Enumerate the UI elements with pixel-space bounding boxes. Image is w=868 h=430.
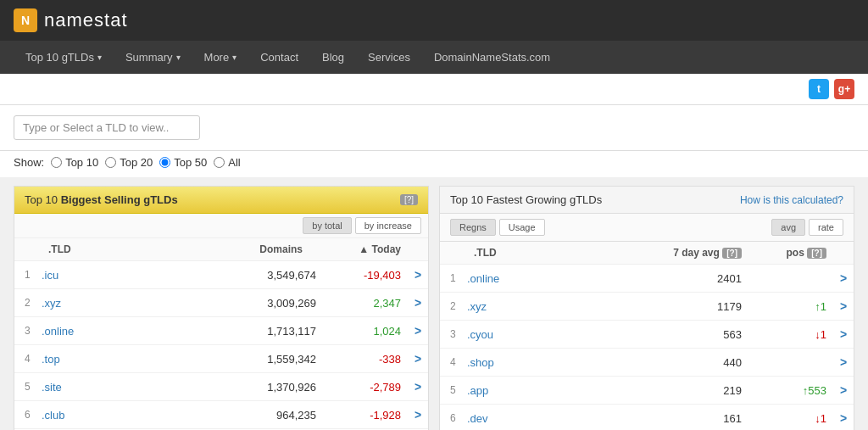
tab-rate[interactable]: rate <box>809 219 843 236</box>
row-tld: .app <box>464 377 531 404</box>
table-row: 6 .dev 161 ↓1 > <box>440 405 854 430</box>
row-tld: .icu <box>38 262 106 288</box>
row-today: 2,347 <box>323 290 408 316</box>
row-number: 6 <box>440 405 464 430</box>
nav-label: Services <box>368 51 410 64</box>
show-top10-option[interactable]: Top 10 <box>51 156 98 169</box>
row-pos <box>748 355 833 369</box>
nav-item-contact[interactable]: Contact <box>248 41 310 74</box>
nav-label: More <box>204 51 230 64</box>
today-col-header: ▲ Today <box>309 238 411 260</box>
nav-label: Top 10 gTLDs <box>25 51 94 64</box>
show-top10-label: Top 10 <box>65 156 98 169</box>
row-domains: 1,559,342 <box>106 346 323 372</box>
row-number: 1 <box>14 262 38 288</box>
tab-by-increase[interactable]: by increase <box>355 217 421 234</box>
tab-regns[interactable]: Regns <box>450 219 496 236</box>
tld-select[interactable]: Type or Select a TLD to view.. <box>14 115 200 140</box>
row-arrow[interactable]: > <box>833 293 854 320</box>
row-arrow[interactable]: > <box>408 317 428 344</box>
show-top20-option[interactable]: Top 20 <box>105 156 153 169</box>
tld-link[interactable]: .online <box>42 325 74 338</box>
right-col-headers: .TLD 7 day avg [?] pos [?] <box>440 242 854 265</box>
show-top50-option[interactable]: Top 50 <box>159 156 207 169</box>
nav-item-top10gtlds[interactable]: Top 10 gTLDs ▾ <box>14 41 114 74</box>
tld-link[interactable]: .dev <box>467 412 488 425</box>
row-arrow[interactable]: > <box>833 349 854 376</box>
tld-link[interactable]: .top <box>42 353 60 366</box>
show-top50-radio[interactable] <box>159 157 170 168</box>
row-domains: 3,549,674 <box>106 262 323 288</box>
row-arrow[interactable]: > <box>833 321 854 348</box>
nav-item-summary[interactable]: Summary ▾ <box>114 41 192 74</box>
row-arrow[interactable]: > <box>833 265 854 292</box>
tab-usage[interactable]: Usage <box>499 219 545 236</box>
avg-help-badge[interactable]: [?] <box>722 248 742 259</box>
row-tld: .xyz <box>464 293 531 320</box>
row-pos: ↓1 <box>748 321 833 348</box>
tld-link[interactable]: .shop <box>467 356 494 369</box>
tab-by-total[interactable]: by total <box>303 217 351 234</box>
tld-link[interactable]: .site <box>42 381 62 394</box>
row-tld: .club <box>38 402 106 428</box>
nav-label: DomainNameStats.com <box>434 51 550 64</box>
tld-link[interactable]: .app <box>467 384 488 397</box>
row-arrow[interactable]: > <box>408 345 428 372</box>
tld-link[interactable]: .xyz <box>467 300 487 313</box>
right-panel: Top 10 Fastest Growing gTLDs How is this… <box>439 186 854 430</box>
row-arrow[interactable]: > <box>833 405 854 430</box>
show-all-option[interactable]: All <box>214 156 240 169</box>
tld-link[interactable]: .cyou <box>467 328 493 341</box>
row-arrow[interactable]: > <box>833 377 854 404</box>
left-col-headers: .TLD Domains ▲ Today <box>14 238 428 261</box>
table-row: 2 .xyz 1179 ↑1 > <box>440 293 854 321</box>
show-top10-radio[interactable] <box>51 157 62 168</box>
table-row: 5 .app 219 ↑553 > <box>440 377 854 405</box>
row-number: 4 <box>440 349 464 375</box>
row-tld: .online <box>38 318 106 344</box>
tab-avg[interactable]: avg <box>771 219 805 236</box>
row-arrow[interactable]: > <box>408 289 428 316</box>
nav-item-blog[interactable]: Blog <box>310 41 356 74</box>
show-all-radio[interactable] <box>214 157 225 168</box>
row-tld: .shop <box>464 349 531 376</box>
tld-link[interactable]: .icu <box>42 269 58 282</box>
row-number: 4 <box>14 346 38 371</box>
table-row: 1 .icu 3,549,674 -19,403 > <box>14 261 428 289</box>
table-row: 3 .online 1,713,117 1,024 > <box>14 317 428 345</box>
row-arrow[interactable]: > <box>408 261 428 288</box>
nav-item-domainnamestats[interactable]: DomainNameStats.com <box>422 41 562 74</box>
twitter-icon[interactable]: t <box>809 79 829 99</box>
table-row: 2 .xyz 3,009,269 2,347 > <box>14 289 428 317</box>
tld-link[interactable]: .xyz <box>42 297 61 310</box>
row-tld: .top <box>38 346 106 372</box>
chevron-down-icon: ▾ <box>97 53 102 62</box>
row-number: 3 <box>440 321 464 347</box>
row-number: 1 <box>440 265 464 291</box>
left-table-rows: 1 .icu 3,549,674 -19,403 > 2 .xyz 3,009,… <box>14 261 428 430</box>
pos-help-badge[interactable]: [?] <box>807 248 826 259</box>
row-arrow[interactable]: > <box>408 401 428 428</box>
row-today: -338 <box>323 346 408 372</box>
row-avg: 2401 <box>531 265 748 292</box>
row-pos: ↑553 <box>748 377 833 404</box>
row-avg: 219 <box>531 377 748 404</box>
show-top20-radio[interactable] <box>105 157 116 168</box>
row-today: -19,403 <box>323 262 408 288</box>
row-tld: .cyou <box>464 321 531 348</box>
row-avg: 563 <box>531 321 748 348</box>
tld-link[interactable]: .online <box>467 272 499 285</box>
table-row: 3 .cyou 563 ↓1 > <box>440 321 854 349</box>
row-arrow[interactable]: > <box>408 373 428 400</box>
show-bar: Show: Top 10 Top 20 Top 50 All <box>0 151 868 177</box>
how-is-calculated-link[interactable]: How is this calculated? <box>740 194 843 206</box>
row-tld: .online <box>464 265 531 292</box>
tld-link[interactable]: .club <box>42 409 64 422</box>
chevron-down-icon: ▾ <box>176 53 181 62</box>
nav-item-more[interactable]: More ▾ <box>192 41 249 74</box>
left-panel-help[interactable]: [?] <box>400 194 418 205</box>
google-plus-icon[interactable]: g+ <box>834 79 854 99</box>
row-number: 2 <box>440 293 464 319</box>
row-avg: 1179 <box>531 293 748 320</box>
nav-item-services[interactable]: Services <box>356 41 422 74</box>
